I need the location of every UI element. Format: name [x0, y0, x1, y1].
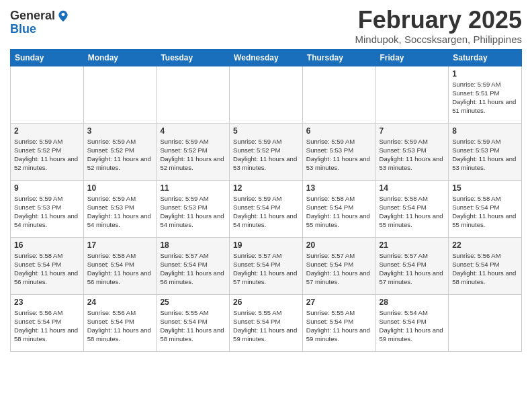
day-info: Sunrise: 5:57 AMSunset: 5:54 PMDaylight:…	[306, 251, 372, 287]
calendar-week-5: 23Sunrise: 5:56 AMSunset: 5:54 PMDayligh…	[11, 294, 522, 351]
weekday-header-thursday: Thursday	[302, 49, 375, 66]
day-info: Sunrise: 5:58 AMSunset: 5:54 PMDaylight:…	[14, 251, 80, 287]
day-info: Sunrise: 5:59 AMSunset: 5:52 PMDaylight:…	[87, 137, 153, 173]
day-number: 21	[380, 240, 445, 250]
calendar-cell: 2Sunrise: 5:59 AMSunset: 5:52 PMDaylight…	[11, 123, 84, 180]
day-info: Sunrise: 5:59 AMSunset: 5:53 PMDaylight:…	[452, 137, 518, 173]
weekday-header-wednesday: Wednesday	[230, 49, 303, 66]
day-number: 14	[380, 183, 445, 193]
day-number: 19	[233, 240, 299, 250]
day-info: Sunrise: 5:56 AMSunset: 5:54 PMDaylight:…	[452, 251, 518, 287]
day-info: Sunrise: 5:56 AMSunset: 5:54 PMDaylight:…	[87, 308, 153, 344]
calendar-cell: 13Sunrise: 5:58 AMSunset: 5:54 PMDayligh…	[302, 180, 375, 237]
day-number: 5	[233, 126, 299, 136]
day-number: 1	[452, 69, 518, 79]
day-number: 12	[233, 183, 299, 193]
calendar-cell: 6Sunrise: 5:59 AMSunset: 5:53 PMDaylight…	[302, 123, 375, 180]
day-info: Sunrise: 5:57 AMSunset: 5:54 PMDaylight:…	[380, 251, 445, 287]
day-number: 26	[233, 298, 299, 307]
calendar-cell: 12Sunrise: 5:59 AMSunset: 5:54 PMDayligh…	[230, 180, 303, 237]
calendar-cell	[449, 294, 522, 351]
day-info: Sunrise: 5:57 AMSunset: 5:54 PMDaylight:…	[160, 251, 226, 287]
page-header: General Blue February 2025 Mindupok, Soc…	[10, 7, 522, 45]
calendar-cell: 3Sunrise: 5:59 AMSunset: 5:52 PMDaylight…	[83, 123, 157, 180]
weekday-header-row: SundayMondayTuesdayWednesdayThursdayFrid…	[11, 49, 522, 66]
day-info: Sunrise: 5:59 AMSunset: 5:52 PMDaylight:…	[160, 137, 226, 173]
day-info: Sunrise: 5:55 AMSunset: 5:54 PMDaylight:…	[160, 308, 226, 344]
calendar-cell: 16Sunrise: 5:58 AMSunset: 5:54 PMDayligh…	[11, 237, 84, 294]
day-number: 11	[160, 183, 226, 193]
day-number: 16	[14, 240, 80, 250]
calendar-cell: 11Sunrise: 5:59 AMSunset: 5:53 PMDayligh…	[157, 180, 230, 237]
day-number: 23	[14, 298, 80, 307]
calendar-week-1: 1Sunrise: 5:59 AMSunset: 5:51 PMDaylight…	[11, 66, 522, 123]
day-number: 18	[160, 240, 226, 250]
weekday-header-saturday: Saturday	[449, 49, 522, 66]
day-info: Sunrise: 5:56 AMSunset: 5:54 PMDaylight:…	[14, 308, 80, 344]
calendar-cell: 24Sunrise: 5:56 AMSunset: 5:54 PMDayligh…	[83, 294, 157, 351]
day-number: 2	[14, 126, 80, 136]
day-info: Sunrise: 5:59 AMSunset: 5:51 PMDaylight:…	[452, 80, 518, 116]
day-info: Sunrise: 5:59 AMSunset: 5:53 PMDaylight:…	[160, 194, 226, 230]
day-info: Sunrise: 5:54 AMSunset: 5:54 PMDaylight:…	[380, 308, 445, 344]
calendar-cell: 4Sunrise: 5:59 AMSunset: 5:52 PMDaylight…	[157, 123, 230, 180]
calendar-cell: 18Sunrise: 5:57 AMSunset: 5:54 PMDayligh…	[157, 237, 230, 294]
calendar-cell	[375, 66, 449, 123]
day-number: 13	[306, 183, 372, 193]
logo-blue: Blue	[10, 22, 36, 36]
day-info: Sunrise: 5:58 AMSunset: 5:54 PMDaylight:…	[306, 194, 372, 230]
calendar-cell: 7Sunrise: 5:59 AMSunset: 5:53 PMDaylight…	[375, 123, 449, 180]
calendar-cell	[302, 66, 375, 123]
day-number: 10	[87, 183, 153, 193]
calendar-cell: 28Sunrise: 5:54 AMSunset: 5:54 PMDayligh…	[375, 294, 449, 351]
day-info: Sunrise: 5:58 AMSunset: 5:54 PMDaylight:…	[87, 251, 153, 287]
calendar-cell: 15Sunrise: 5:58 AMSunset: 5:54 PMDayligh…	[449, 180, 522, 237]
day-number: 15	[452, 183, 518, 193]
weekday-header-monday: Monday	[83, 49, 157, 66]
calendar-cell	[11, 66, 84, 123]
calendar-cell: 5Sunrise: 5:59 AMSunset: 5:52 PMDaylight…	[230, 123, 303, 180]
calendar-cell	[157, 66, 230, 123]
day-info: Sunrise: 5:59 AMSunset: 5:52 PMDaylight:…	[14, 137, 80, 173]
day-number: 28	[380, 298, 445, 307]
day-number: 8	[452, 126, 518, 136]
calendar-cell	[230, 66, 303, 123]
calendar-cell: 19Sunrise: 5:57 AMSunset: 5:54 PMDayligh…	[230, 237, 303, 294]
logo-general: General	[10, 9, 55, 23]
calendar-cell: 10Sunrise: 5:59 AMSunset: 5:53 PMDayligh…	[83, 180, 157, 237]
calendar-week-4: 16Sunrise: 5:58 AMSunset: 5:54 PMDayligh…	[11, 237, 522, 294]
calendar-table: SundayMondayTuesdayWednesdayThursdayFrid…	[10, 49, 522, 352]
day-info: Sunrise: 5:59 AMSunset: 5:54 PMDaylight:…	[233, 194, 299, 230]
calendar-cell: 26Sunrise: 5:55 AMSunset: 5:54 PMDayligh…	[230, 294, 303, 351]
month-title: February 2025	[355, 7, 522, 34]
day-number: 17	[87, 240, 153, 250]
day-info: Sunrise: 5:59 AMSunset: 5:53 PMDaylight:…	[14, 194, 80, 230]
calendar-cell: 25Sunrise: 5:55 AMSunset: 5:54 PMDayligh…	[157, 294, 230, 351]
day-number: 6	[306, 126, 372, 136]
calendar-cell: 23Sunrise: 5:56 AMSunset: 5:54 PMDayligh…	[11, 294, 84, 351]
day-info: Sunrise: 5:59 AMSunset: 5:53 PMDaylight:…	[380, 137, 445, 173]
day-number: 27	[306, 298, 372, 307]
calendar-cell: 1Sunrise: 5:59 AMSunset: 5:51 PMDaylight…	[449, 66, 522, 123]
title-block: February 2025 Mindupok, Soccsksargen, Ph…	[355, 7, 522, 45]
logo-icon	[56, 9, 70, 23]
calendar-cell: 27Sunrise: 5:55 AMSunset: 5:54 PMDayligh…	[302, 294, 375, 351]
weekday-header-tuesday: Tuesday	[157, 49, 230, 66]
calendar-week-3: 9Sunrise: 5:59 AMSunset: 5:53 PMDaylight…	[11, 180, 522, 237]
day-info: Sunrise: 5:55 AMSunset: 5:54 PMDaylight:…	[306, 308, 372, 344]
weekday-header-sunday: Sunday	[11, 49, 84, 66]
day-info: Sunrise: 5:59 AMSunset: 5:53 PMDaylight:…	[306, 137, 372, 173]
day-number: 22	[452, 240, 518, 250]
calendar-cell: 8Sunrise: 5:59 AMSunset: 5:53 PMDaylight…	[449, 123, 522, 180]
day-number: 7	[380, 126, 445, 136]
calendar-cell: 17Sunrise: 5:58 AMSunset: 5:54 PMDayligh…	[83, 237, 157, 294]
day-info: Sunrise: 5:59 AMSunset: 5:53 PMDaylight:…	[87, 194, 153, 230]
logo: General Blue	[10, 9, 70, 36]
weekday-header-friday: Friday	[375, 49, 449, 66]
day-number: 9	[14, 183, 80, 193]
day-info: Sunrise: 5:58 AMSunset: 5:54 PMDaylight:…	[452, 194, 518, 230]
calendar-cell: 21Sunrise: 5:57 AMSunset: 5:54 PMDayligh…	[375, 237, 449, 294]
calendar-cell: 22Sunrise: 5:56 AMSunset: 5:54 PMDayligh…	[449, 237, 522, 294]
day-number: 25	[160, 298, 226, 307]
day-number: 20	[306, 240, 372, 250]
